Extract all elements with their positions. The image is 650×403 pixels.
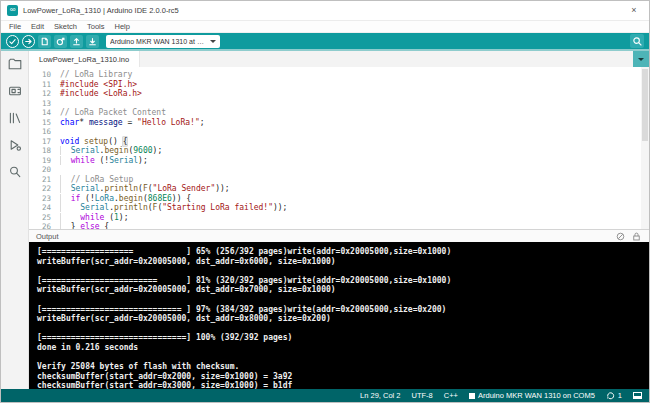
menu-edit[interactable]: Edit — [27, 22, 48, 31]
code-line-13[interactable]: 13 — [29, 99, 649, 109]
code-text: #include <LoRa.h> — [51, 89, 142, 99]
sidebar-item-debug[interactable] — [7, 137, 23, 153]
console-line: checksumBuffer(start_addr=0x3000, size=0… — [37, 381, 649, 389]
panel-icon — [633, 392, 642, 399]
sidebar-item-boards-manager[interactable] — [7, 83, 23, 99]
tab-label: LowPower_LoRa_1310.ino — [39, 55, 129, 64]
arduino-ide-window: ∞ LowPower_LoRa_1310 | Arduino IDE 2.0.0… — [0, 0, 650, 403]
sidebar-item-sketchbook[interactable] — [7, 56, 23, 72]
code-line-11[interactable]: 11#include <SPI.h> — [29, 80, 649, 90]
code-line-23[interactable]: 23 if (!LoRa.begin(868E6)) { — [29, 194, 649, 204]
save-button[interactable] — [86, 35, 99, 48]
menu-sketch[interactable]: Sketch — [50, 22, 81, 31]
chevron-down-icon — [210, 40, 216, 43]
serial-monitor-button[interactable] — [630, 34, 644, 48]
menu-file[interactable]: File — [5, 22, 25, 31]
sidebar-item-search[interactable] — [7, 164, 23, 180]
console-line: Verify 25084 bytes of flash with checksu… — [37, 362, 649, 372]
window-title: LowPower_LoRa_1310 | Arduino IDE 2.0.0-r… — [23, 6, 179, 15]
board-selector-label: Arduino MKR WAN 1310 at C... — [110, 38, 207, 45]
open-button[interactable] — [70, 35, 83, 48]
encoding-indicator: UTF-8 — [412, 391, 433, 400]
code-text: char* message = "Hello LoRa!"; — [51, 118, 205, 128]
clear-output-button[interactable] — [615, 231, 626, 242]
new-sketch-button[interactable] — [38, 35, 51, 48]
maximize-button[interactable] — [601, 6, 611, 16]
upload-button[interactable] — [22, 35, 35, 48]
line-number: 23 — [29, 194, 51, 204]
line-number: 25 — [29, 213, 51, 223]
console-line: checksumBuffer(start_addr=0x2000, size=0… — [37, 372, 649, 382]
verify-button[interactable] — [6, 35, 19, 48]
close-button[interactable]: × — [629, 6, 639, 16]
code-text: while (1); — [51, 213, 128, 223]
arduino-app-icon: ∞ — [7, 5, 18, 16]
code-line-12[interactable]: 12#include <LoRa.h> — [29, 89, 649, 99]
status-board-selector[interactable]: Arduino MKR WAN 1310 on COM5 — [469, 391, 595, 400]
editor-column: LowPower_LoRa_1310.ino 10// LoRa Library… — [29, 51, 649, 389]
tab-bar-spacer — [140, 51, 633, 67]
code-text: // LoRa Library — [51, 70, 132, 80]
code-line-26[interactable]: 26 } else { — [29, 222, 649, 229]
code-text: Serial.println(F("LoRa Sender")); — [51, 184, 230, 194]
line-number: 16 — [29, 127, 51, 137]
output-panel-header: Output — [29, 229, 649, 242]
board-selector-dropdown[interactable]: Arduino MKR WAN 1310 at C... — [106, 35, 220, 48]
code-line-17[interactable]: 17void setup() { — [29, 137, 649, 147]
scroll-lock-button[interactable] — [631, 231, 642, 242]
sync-icon — [606, 391, 615, 400]
code-line-20[interactable]: 20 — [29, 165, 649, 175]
toggle-panel-button[interactable] — [633, 392, 642, 399]
clear-output-icon — [615, 231, 626, 242]
code-editor[interactable]: 10// LoRa Library11#include <SPI.h>12#in… — [29, 67, 649, 229]
line-number: 17 — [29, 137, 51, 147]
code-text — [51, 127, 65, 137]
toolbar-buttons — [6, 35, 99, 48]
chevron-down-icon — [638, 58, 644, 61]
editor-scrollbar[interactable] — [641, 67, 649, 229]
console-line: [==============================] 100% (3… — [37, 333, 649, 343]
code-text: Serial.println(F("Starting LoRa failed!"… — [51, 203, 287, 213]
line-number: 10 — [29, 70, 51, 80]
tab-bar: LowPower_LoRa_1310.ino — [29, 51, 649, 67]
board-chip-icon — [469, 393, 475, 399]
console-line — [37, 353, 649, 363]
menu-help[interactable]: Help — [110, 22, 133, 31]
code-line-22[interactable]: 22 Serial.println(F("LoRa Sender")); — [29, 184, 649, 194]
line-number: 15 — [29, 118, 51, 128]
line-number: 26 — [29, 222, 51, 229]
notifications-button[interactable]: 1 — [606, 391, 622, 400]
sidebar-item-library-manager[interactable] — [7, 110, 23, 126]
line-number: 22 — [29, 184, 51, 194]
code-text: if (!LoRa.begin(868E6)) { — [51, 194, 191, 204]
language-indicator: C++ — [444, 391, 458, 400]
code-line-10[interactable]: 10// LoRa Library — [29, 70, 649, 80]
code-line-15[interactable]: 15char* message = "Hello LoRa!"; — [29, 118, 649, 128]
line-number: 14 — [29, 108, 51, 118]
status-bar: Ln 29, Col 2 UTF-8 C++ Arduino MKR WAN 1… — [1, 389, 649, 402]
editor-scrollbar-thumb[interactable] — [642, 69, 648, 141]
editor-options-dropdown-button[interactable] — [633, 51, 649, 67]
code-line-21[interactable]: 21 // LoRa Setup — [29, 175, 649, 185]
menu-bar: FileEditSketchToolsHelp — [1, 21, 649, 33]
code-line-16[interactable]: 16 — [29, 127, 649, 137]
code-line-25[interactable]: 25 while (1); — [29, 213, 649, 223]
menu-tools[interactable]: Tools — [83, 22, 109, 31]
minimize-button[interactable] — [573, 6, 583, 16]
line-number: 13 — [29, 99, 51, 109]
code-line-18[interactable]: 18 Serial.begin(9600); — [29, 146, 649, 156]
code-line-19[interactable]: 19 while (!Serial); — [29, 156, 649, 166]
line-number: 12 — [29, 89, 51, 99]
line-number: 11 — [29, 80, 51, 90]
code-line-14[interactable]: 14// LoRa Packet Content — [29, 108, 649, 118]
activity-sidebar — [1, 51, 29, 389]
line-number: 19 — [29, 156, 51, 166]
debug-button[interactable] — [54, 35, 67, 48]
toolbar: Arduino MKR WAN 1310 at C... — [1, 33, 649, 51]
code-line-24[interactable]: 24 Serial.println(F("Starting LoRa faile… — [29, 203, 649, 213]
code-text: while (!Serial); — [51, 156, 148, 166]
console-line: writeBuffer(scr_addr=0x20005000, dst_add… — [37, 257, 649, 267]
tab-sketch[interactable]: LowPower_LoRa_1310.ino — [29, 51, 140, 67]
line-number: 21 — [29, 175, 51, 185]
console-line — [37, 266, 649, 276]
